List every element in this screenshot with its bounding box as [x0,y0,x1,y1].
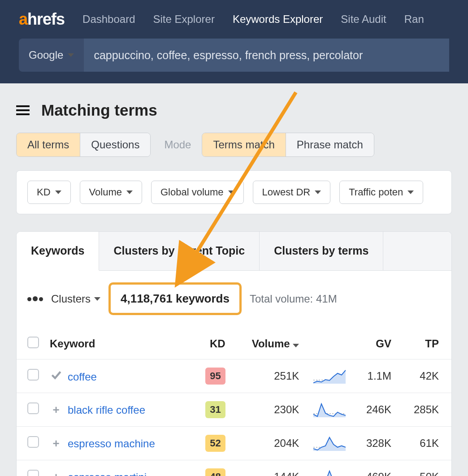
term-filter-questions[interactable]: Questions [80,133,150,156]
tp-cell: 61K [397,427,451,460]
sort-desc-icon [293,344,299,347]
sparkline [304,427,351,460]
logo-text: hrefs [27,10,65,29]
nav-site-audit[interactable]: Site Audit [341,13,386,26]
search-engine-select[interactable]: Google [19,39,84,72]
caret-down-icon [228,190,234,194]
plus-icon[interactable]: + [50,403,62,417]
metric-filter-bar: KDVolumeGlobal volumeLowest DRTraffic po… [16,170,452,214]
volume-cell: 144K [231,460,305,476]
keyword-link[interactable]: coffee [68,371,97,383]
nav-dashboard[interactable]: Dashboard [82,13,135,26]
result-tabs: KeywordsClusters by Parent TopicClusters… [17,232,451,271]
col-volume[interactable]: Volume [231,329,305,359]
select-all-checkbox[interactable] [27,337,39,348]
filter-traffic-poten[interactable]: Traffic poten [339,181,423,204]
gv-cell: 246K [351,393,397,427]
tab-clusters-by-parent-topic[interactable]: Clusters by Parent Topic [99,232,260,270]
sparkline [304,359,351,393]
volume-cell: 204K [231,427,305,460]
keyword-search-input[interactable] [84,39,449,72]
table-row: +black rifle coffee31230K246K285K [17,393,451,427]
tab-clusters-by-terms[interactable]: Clusters by terms [260,232,383,270]
clusters-dropdown[interactable]: Clusters [51,293,100,305]
gv-cell: 469K [351,460,397,476]
caret-down-icon [68,53,74,57]
keyword-link[interactable]: black rifle coffee [68,404,145,416]
plus-icon[interactable]: + [50,470,62,476]
sparkline [304,393,351,427]
col-volume-label: Volume [252,338,290,350]
kd-badge: 95 [205,368,225,385]
filter-kd[interactable]: KD [27,181,71,204]
match-filter-terms-match[interactable]: Terms match [202,133,286,156]
kd-badge: 52 [205,435,225,452]
col-keyword[interactable]: Keyword [44,329,192,359]
row-checkbox[interactable] [27,436,39,448]
plus-icon[interactable]: + [50,437,62,450]
col-kd[interactable]: KD [192,329,231,359]
total-volume: Total volume: 41M [250,293,337,305]
filter-global-volume[interactable]: Global volume [151,181,244,204]
nav-keywords-explorer[interactable]: Keywords Explorer [233,13,323,26]
gv-cell: 1.1M [351,359,397,393]
term-filter-group: All termsQuestions [16,133,151,157]
caret-down-icon [407,190,414,194]
clusters-icon [27,296,43,301]
keyword-count: 4,118,761 keywords [108,282,242,315]
filter-volume[interactable]: Volume [80,181,142,204]
tab-keywords[interactable]: Keywords [17,232,99,271]
caret-down-icon [94,297,100,301]
table-row: coffee95251K1.1M42K [17,359,451,393]
kd-badge: 48 [205,468,225,476]
menu-icon[interactable] [16,105,30,115]
volume-cell: 230K [231,393,305,427]
caret-down-icon [315,190,321,194]
keyword-link[interactable]: espresso martini [68,471,147,476]
clusters-label: Clusters [51,293,91,305]
nav-site-explorer[interactable]: Site Explorer [153,13,214,26]
match-filter-group: Terms matchPhrase match [202,133,374,157]
caret-down-icon [126,190,133,194]
row-checkbox[interactable] [27,470,39,476]
col-tp[interactable]: TP [397,329,451,359]
nav-ran[interactable]: Ran [404,13,424,26]
tp-cell: 42K [397,359,451,393]
term-filter-all-terms[interactable]: All terms [17,133,80,156]
col-gv[interactable]: GV [351,329,397,359]
keyword-link[interactable]: espresso machine [68,437,155,450]
check-icon [50,369,62,381]
mode-label: Mode [164,138,191,151]
sparkline [304,460,351,476]
page-title: Matching terms [41,101,157,119]
tp-cell: 50K [397,460,451,476]
tp-cell: 285K [397,393,451,427]
table-row: +espresso machine52204K328K61K [17,427,451,460]
filter-lowest-dr[interactable]: Lowest DR [253,181,331,204]
kd-badge: 31 [205,401,225,418]
row-checkbox[interactable] [27,402,39,414]
caret-down-icon [55,190,61,194]
table-row: +espresso martini48144K469K50K [17,460,451,476]
volume-cell: 251K [231,359,305,393]
logo[interactable]: ahrefs [19,10,65,29]
match-filter-phrase-match[interactable]: Phrase match [286,133,374,156]
row-checkbox[interactable] [27,369,39,381]
gv-cell: 328K [351,427,397,460]
search-engine-label: Google [29,49,63,61]
